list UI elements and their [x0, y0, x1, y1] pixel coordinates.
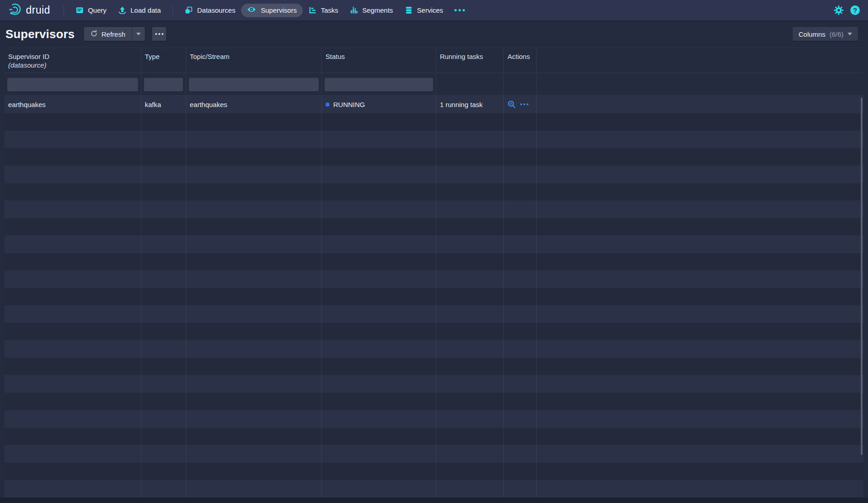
empty-cell	[141, 131, 186, 148]
columns-label: Columns	[799, 30, 825, 38]
empty-cell	[5, 323, 141, 341]
empty-cell	[322, 113, 436, 131]
refresh-button[interactable]: Refresh	[84, 27, 132, 41]
empty-cell	[322, 235, 436, 253]
refresh-icon	[90, 30, 98, 39]
magnify-details-icon[interactable]	[508, 100, 516, 108]
empty-cell	[186, 113, 322, 131]
column-header-label: Actions	[508, 53, 530, 60]
empty-cell	[436, 358, 504, 376]
empty-table-row	[5, 323, 863, 341]
empty-cell	[436, 270, 504, 288]
status-cell[interactable]: RUNNING	[322, 96, 436, 113]
column-header-actions[interactable]: Actions	[504, 48, 537, 73]
nav-item-datasources[interactable]: Datasources	[179, 4, 241, 17]
empty-table-row	[5, 183, 863, 201]
empty-cell	[504, 375, 537, 393]
empty-cell	[141, 445, 186, 463]
empty-cell	[5, 218, 141, 236]
running-tasks-cell[interactable]: 1 running task	[436, 96, 504, 113]
empty-table-row	[5, 428, 863, 445]
table-header-row: Supervisor ID (datasource) Type Topic/St…	[5, 48, 863, 73]
empty-cell	[537, 113, 863, 131]
druid-logo[interactable]: druid	[8, 3, 50, 18]
nav-item-tasks[interactable]: Tasks	[303, 4, 344, 17]
more-dot	[155, 33, 157, 35]
supervisor-id-filter-input[interactable]	[7, 78, 138, 91]
status-filter-input[interactable]	[325, 78, 433, 91]
column-header-running-tasks[interactable]: Running tasks	[436, 48, 504, 73]
empty-cell	[436, 463, 504, 480]
empty-cell	[186, 480, 322, 498]
empty-cell	[537, 288, 863, 306]
top-navbar: druid Query Load data Datasources Superv…	[0, 0, 868, 20]
empty-cell	[141, 410, 186, 428]
columns-dropdown-button[interactable]: Columns (6/6)	[793, 27, 858, 41]
empty-cell	[5, 166, 141, 183]
empty-cell	[141, 463, 186, 480]
column-header-label: Supervisor ID	[8, 53, 49, 60]
empty-cell	[504, 235, 537, 253]
more-dot	[463, 9, 465, 11]
empty-cell	[186, 428, 322, 445]
row-actions-more-icon[interactable]	[520, 103, 528, 105]
table-filter-row	[5, 73, 863, 96]
refresh-interval-caret-button[interactable]	[132, 27, 145, 41]
empty-cell	[436, 218, 504, 236]
nav-item-label: Segments	[362, 6, 393, 14]
status-label: RUNNING	[333, 101, 365, 108]
empty-table-row	[5, 393, 863, 410]
empty-cell	[504, 270, 537, 288]
empty-table-row	[5, 113, 863, 131]
empty-cell	[186, 200, 322, 218]
empty-cell	[537, 340, 863, 358]
more-dot	[527, 103, 528, 105]
nav-item-supervisors[interactable]: Supervisors	[241, 4, 302, 17]
empty-cell	[537, 428, 863, 445]
column-header-supervisor-id[interactable]: Supervisor ID (datasource)	[5, 48, 141, 73]
nav-item-query[interactable]: Query	[70, 4, 113, 17]
type-filter-input[interactable]	[144, 78, 183, 91]
header-more-button[interactable]	[152, 27, 166, 41]
nav-more-menu[interactable]	[449, 4, 470, 17]
supervisor-table-row[interactable]: earthquakes kafka earthquakes RUNNING 1 …	[5, 96, 863, 113]
topic-stream-cell[interactable]: earthquakes	[186, 96, 322, 113]
column-header-status[interactable]: Status	[322, 48, 436, 73]
empty-cell	[504, 148, 537, 166]
empty-table-row	[5, 166, 863, 183]
column-header-label: Status	[326, 53, 345, 60]
empty-cell	[436, 480, 504, 498]
empty-cell	[436, 235, 504, 253]
empty-cell	[186, 235, 322, 253]
empty-cell	[322, 358, 436, 376]
settings-gear-icon[interactable]	[834, 5, 843, 15]
empty-cell	[141, 323, 186, 341]
empty-cell	[322, 253, 436, 271]
topic-stream-filter-input[interactable]	[189, 78, 319, 91]
column-header-type[interactable]: Type	[141, 48, 186, 73]
empty-cell	[322, 148, 436, 166]
supervisor-id-cell[interactable]: earthquakes	[5, 96, 141, 113]
filter-cell	[5, 73, 141, 95]
type-cell[interactable]: kafka	[141, 96, 186, 113]
empty-cell	[141, 270, 186, 288]
filter-filler-cell	[537, 73, 863, 95]
more-dot	[158, 33, 160, 35]
column-header-topic-stream[interactable]: Topic/Stream	[186, 48, 322, 73]
refresh-button-group: Refresh	[84, 27, 145, 41]
empty-cell	[186, 131, 322, 148]
nav-item-services[interactable]: Services	[399, 4, 449, 17]
empty-cell	[186, 445, 322, 463]
help-icon[interactable]: ?	[850, 5, 860, 15]
empty-cell	[141, 253, 186, 271]
empty-cell	[141, 183, 186, 201]
supervisors-eye-icon	[247, 6, 256, 14]
vertical-scrollbar[interactable]	[861, 98, 863, 455]
nav-item-segments[interactable]: Segments	[344, 4, 399, 17]
empty-cell	[436, 113, 504, 131]
nav-item-load-data[interactable]: Load data	[113, 4, 167, 17]
empty-cell	[436, 393, 504, 410]
empty-cell	[504, 463, 537, 480]
actions-cell	[504, 96, 537, 113]
more-dot	[454, 9, 457, 11]
